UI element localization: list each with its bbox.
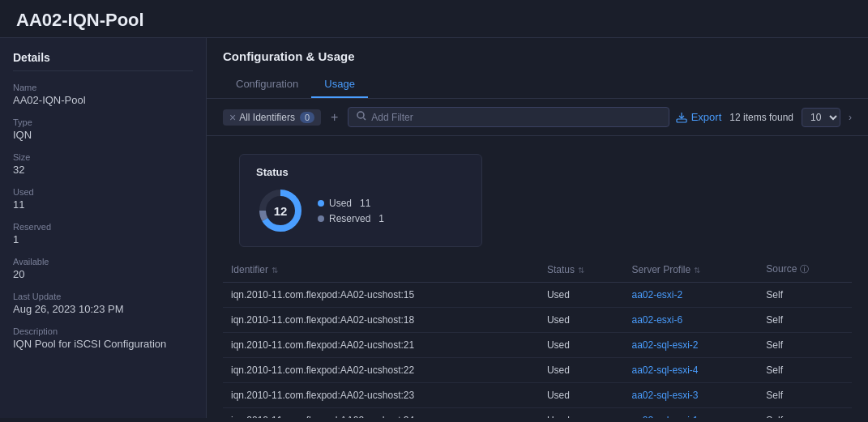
source-cell: Self: [758, 408, 852, 419]
field-label: Size: [13, 152, 193, 162]
tab-configuration[interactable]: Configuration: [223, 71, 311, 98]
col-header-identifier[interactable]: Identifier⇅: [223, 257, 539, 283]
table-row: iqn.2010-11.com.flexpod:AA02-ucshost:18 …: [223, 308, 852, 333]
legend-label: Used 11: [329, 198, 370, 209]
status-cell: Used: [539, 383, 624, 408]
sidebar: Details Name AA02-IQN-Pool Type IQN Size…: [0, 38, 207, 418]
export-button[interactable]: Export: [676, 111, 722, 123]
filter-tag-close[interactable]: ×: [229, 112, 236, 123]
svg-rect-2: [677, 119, 686, 122]
search-icon: [357, 111, 366, 123]
status-cell: Used: [539, 283, 624, 308]
section-heading: Configuration & Usage: [223, 49, 852, 63]
legend: Used 11 Reserved 1: [318, 198, 384, 224]
table-row: iqn.2010-11.com.flexpod:AA02-ucshost:23 …: [223, 383, 852, 408]
sidebar-field-type: Type IQN: [13, 117, 193, 141]
source-cell: Self: [758, 333, 852, 358]
field-label: Used: [13, 187, 193, 197]
sidebar-fields: Name AA02-IQN-Pool Type IQN Size 32 Used…: [13, 83, 193, 350]
donut-number: 12: [274, 204, 288, 218]
export-icon: [676, 112, 687, 123]
col-header-server-profile[interactable]: Server Profile⇅: [623, 257, 758, 283]
sidebar-field-description: Description IQN Pool for iSCSI Configura…: [13, 326, 193, 350]
table-body: iqn.2010-11.com.flexpod:AA02-ucshost:15 …: [223, 283, 852, 419]
status-cell: Used: [539, 333, 624, 358]
table-row: iqn.2010-11.com.flexpod:AA02-ucshost:22 …: [223, 358, 852, 383]
source-cell: Self: [758, 358, 852, 383]
field-label: Last Update: [13, 292, 193, 301]
table-area: Identifier⇅Status⇅Server Profile⇅Sourceⓘ…: [207, 257, 868, 418]
sidebar-section-title: Details: [13, 51, 193, 71]
sidebar-field-used: Used 11: [13, 187, 193, 211]
sort-icon: ⇅: [694, 266, 700, 275]
page-header: AA02-IQN-Pool: [0, 0, 868, 38]
search-input[interactable]: [371, 112, 660, 123]
sidebar-field-name: Name AA02-IQN-Pool: [13, 83, 193, 106]
source-cell: Self: [758, 283, 852, 308]
server-profile-cell[interactable]: aa02-sql-esxi-3: [623, 383, 758, 408]
col-header-status[interactable]: Status⇅: [539, 257, 624, 283]
field-label: Available: [13, 257, 193, 266]
field-label: Type: [13, 117, 193, 127]
tabs: ConfigurationUsage: [223, 71, 852, 98]
field-label: Reserved: [13, 222, 193, 232]
identifier-cell: iqn.2010-11.com.flexpod:AA02-ucshost:22: [223, 358, 539, 383]
status-cell: Used: [539, 408, 624, 419]
field-label: Description: [13, 326, 193, 336]
table-row: iqn.2010-11.com.flexpod:AA02-ucshost:24 …: [223, 408, 852, 419]
field-value: IQN: [13, 129, 193, 141]
server-profile-cell[interactable]: aa02-esxi-2: [623, 283, 758, 308]
server-profile-cell[interactable]: aa02-sql-esxi-4: [623, 358, 758, 383]
source-cell: Self: [758, 308, 852, 333]
table-row: iqn.2010-11.com.flexpod:AA02-ucshost:21 …: [223, 333, 852, 358]
field-value: AA02-IQN-Pool: [13, 94, 193, 106]
col-header-source: Sourceⓘ: [758, 257, 852, 283]
server-profile-cell[interactable]: aa02-esxi-6: [623, 308, 758, 333]
filter-tag[interactable]: × All Identifiers 0: [223, 109, 321, 126]
sort-icon: ⇅: [578, 266, 584, 275]
source-cell: Self: [758, 383, 852, 408]
content-header: Configuration & Usage ConfigurationUsage: [207, 38, 868, 99]
sidebar-field-available: Available 20: [13, 257, 193, 280]
page-title: AA02-IQN-Pool: [16, 10, 852, 31]
filter-count-badge: 0: [300, 112, 314, 123]
legend-item-used: Used 11: [318, 198, 384, 209]
identifier-cell: iqn.2010-11.com.flexpod:AA02-ucshost:23: [223, 383, 539, 408]
toolbar: × All Identifiers 0 +: [207, 99, 868, 136]
identifiers-table: Identifier⇅Status⇅Server Profile⇅Sourceⓘ…: [223, 257, 852, 418]
sidebar-field-last-update: Last Update Aug 26, 2023 10:23 PM: [13, 292, 193, 315]
status-widget: Status 12: [239, 154, 482, 247]
legend-item-reserved: Reserved 1: [318, 213, 384, 224]
svg-point-0: [357, 112, 364, 118]
table-row: iqn.2010-11.com.flexpod:AA02-ucshost:15 …: [223, 283, 852, 308]
status-cell: Used: [539, 308, 624, 333]
field-value: 1: [13, 233, 193, 245]
sidebar-field-reserved: Reserved 1: [13, 222, 193, 245]
add-filter-button[interactable]: +: [327, 109, 341, 126]
identifier-cell: iqn.2010-11.com.flexpod:AA02-ucshost:21: [223, 333, 539, 358]
status-widget-inner: Status 12: [256, 166, 384, 235]
sidebar-field-size: Size 32: [13, 152, 193, 176]
info-icon: ⓘ: [800, 264, 809, 274]
identifier-cell: iqn.2010-11.com.flexpod:AA02-ucshost:18: [223, 308, 539, 333]
table-header: Identifier⇅Status⇅Server Profile⇅Sourceⓘ: [223, 257, 852, 283]
legend-dot: [318, 200, 324, 207]
field-value: IQN Pool for iSCSI Configuration: [13, 338, 193, 350]
search-bar: [348, 107, 669, 127]
export-label: Export: [691, 111, 722, 123]
identifier-cell: iqn.2010-11.com.flexpod:AA02-ucshost:24: [223, 408, 539, 419]
main-layout: Details Name AA02-IQN-Pool Type IQN Size…: [0, 38, 868, 418]
status-cell: Used: [539, 358, 624, 383]
donut-chart: 12: [256, 186, 305, 235]
status-title: Status: [256, 166, 384, 178]
field-label: Name: [13, 83, 193, 92]
per-page-select[interactable]: 10 25 50: [802, 108, 840, 127]
server-profile-cell[interactable]: aa02-sql-esxi-1: [623, 408, 758, 419]
field-value: 32: [13, 164, 193, 176]
tab-usage[interactable]: Usage: [311, 71, 368, 98]
legend-label: Reserved 1: [329, 213, 384, 224]
server-profile-cell[interactable]: aa02-sql-esxi-2: [623, 333, 758, 358]
items-found-label: 12 items found: [729, 112, 793, 123]
field-value: 20: [13, 268, 193, 280]
field-value: 11: [13, 198, 193, 211]
